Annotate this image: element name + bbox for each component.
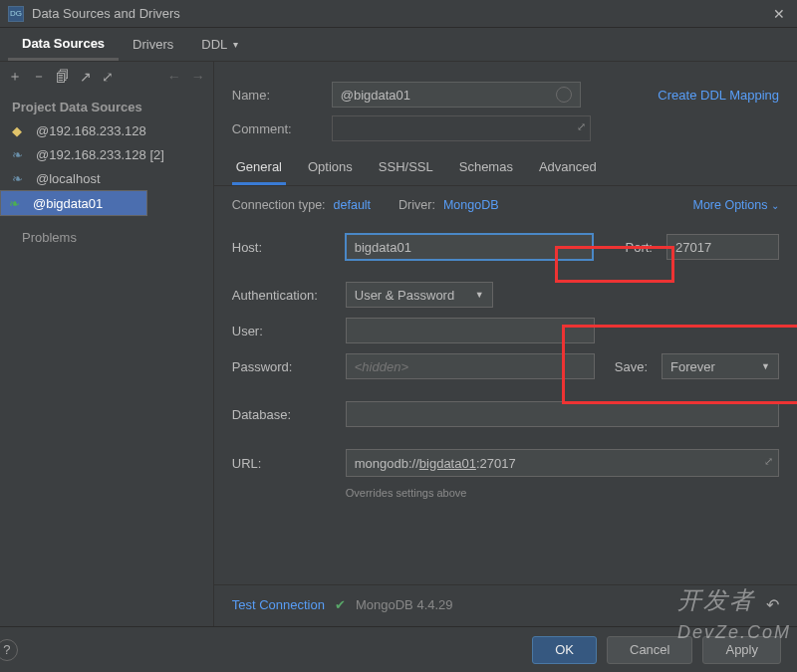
driver-value[interactable]: MongoDB	[443, 198, 499, 212]
datasource-item[interactable]: ◆ @192.168.233.128	[0, 118, 213, 142]
copy-icon[interactable]: 🗐	[56, 69, 70, 85]
chevron-down-icon: ⌄	[771, 200, 779, 211]
port-input[interactable]	[666, 234, 779, 260]
close-icon[interactable]: ✕	[769, 6, 789, 22]
datasource-label: @192.168.233.128 [2]	[36, 147, 164, 162]
host-label: Host:	[232, 240, 332, 255]
user-input[interactable]	[346, 318, 595, 343]
mongo-icon: ❧	[12, 147, 26, 161]
url-input[interactable]: mongodb://bigdata01:27017 ⤢	[346, 449, 779, 477]
datasource-label: @192.168.233.128	[36, 123, 146, 138]
tab-ddl-label: DDL	[201, 37, 227, 52]
host-input[interactable]	[346, 234, 593, 260]
name-label: Name:	[232, 88, 318, 103]
main-panel: Name: @bigdata01 Create DDL Mapping Comm…	[214, 62, 797, 672]
subtab-sshssl[interactable]: SSH/SSL	[375, 159, 437, 185]
expand-icon[interactable]: ⤢	[764, 455, 773, 468]
conntype-label: Connection type:	[232, 198, 326, 212]
datasource-label: @bigdata01	[33, 196, 103, 211]
redo-icon[interactable]: →	[191, 69, 205, 85]
sidebar-toolbar: ＋ － 🗐 ↗ ⤢ ← →	[0, 62, 213, 92]
app-icon: DG	[8, 6, 24, 22]
tab-ddl[interactable]: DDL ▾	[187, 28, 252, 61]
problems-section[interactable]: Problems	[0, 216, 213, 259]
url-hint: Overrides settings above	[346, 487, 779, 499]
button-bar: ? OK Cancel Apply	[0, 626, 797, 672]
auth-label: Authentication:	[232, 288, 332, 303]
cancel-button[interactable]: Cancel	[607, 636, 692, 664]
more-options-link[interactable]: More Options ⌄	[692, 198, 779, 212]
test-connection-row: Test Connection ✔ MongoDB 4.4.29 ↶	[214, 584, 797, 624]
name-input[interactable]: @bigdata01	[332, 82, 581, 108]
password-label: Password:	[232, 359, 332, 374]
titlebar: DG Data Sources and Drivers ✕	[0, 0, 797, 28]
sidebar-heading: Project Data Sources	[0, 92, 213, 118]
driver-version: MongoDB 4.4.29	[356, 597, 453, 612]
postgres-icon: ◆	[12, 123, 26, 137]
driver-label: Driver:	[398, 198, 435, 212]
add-icon[interactable]: ＋	[8, 68, 22, 86]
ok-button[interactable]: OK	[532, 636, 597, 664]
auth-select[interactable]: User & Password ▼	[346, 282, 493, 308]
datasource-label: @localhost	[36, 171, 101, 186]
database-label: Database:	[232, 407, 332, 422]
save-label: Save:	[615, 359, 648, 374]
top-tabs: Data Sources Drivers DDL ▾	[0, 28, 797, 62]
revert-icon[interactable]: ↶	[766, 595, 779, 614]
subtab-general[interactable]: General	[232, 159, 286, 185]
undo-icon[interactable]: ←	[167, 69, 181, 85]
save-select[interactable]: Forever ▼	[662, 353, 779, 379]
tab-drivers[interactable]: Drivers	[119, 28, 187, 61]
form: Host: Port: Authentication: User & Passw…	[214, 224, 797, 499]
url-suffix: :27017	[476, 456, 516, 471]
window-title: Data Sources and Drivers	[32, 6, 769, 21]
subtabs: General Options SSH/SSL Schemas Advanced	[214, 145, 797, 186]
subtab-options[interactable]: Options	[304, 159, 357, 185]
test-connection-link[interactable]: Test Connection	[232, 597, 325, 612]
subtab-advanced[interactable]: Advanced	[535, 159, 601, 185]
mongo-icon: ❧	[9, 196, 23, 210]
tab-data-sources[interactable]: Data Sources	[8, 28, 119, 61]
mongo-icon: ❧	[12, 171, 26, 185]
datasource-item[interactable]: ❧ @localhost	[0, 166, 213, 190]
dialog-body: ＋ － 🗐 ↗ ⤢ ← → Project Data Sources ◆ @19…	[0, 62, 797, 672]
help-button[interactable]: ?	[0, 639, 18, 661]
make-global-icon[interactable]: ↗	[80, 69, 92, 85]
expand-icon[interactable]: ⤢	[102, 69, 114, 85]
chevron-down-icon: ▾	[233, 39, 238, 50]
user-label: User:	[232, 324, 332, 338]
chevron-down-icon: ▼	[761, 361, 770, 371]
password-input[interactable]	[346, 353, 595, 379]
url-prefix: mongodb://	[355, 456, 419, 471]
url-host: bigdata01	[419, 456, 476, 471]
save-value: Forever	[670, 359, 715, 374]
conntype-value[interactable]: default	[334, 198, 372, 212]
connection-type-row: Connection type: default Driver: MongoDB…	[214, 186, 797, 224]
datasource-item-selected[interactable]: ❧ @bigdata01	[0, 190, 147, 216]
datasource-item[interactable]: ❧ @192.168.233.128 [2]	[0, 142, 213, 166]
create-ddl-link[interactable]: Create DDL Mapping	[658, 88, 779, 103]
check-icon: ✔	[335, 597, 346, 612]
dialog: DG Data Sources and Drivers ✕ Data Sourc…	[0, 0, 797, 672]
port-label: Port:	[626, 240, 653, 255]
comment-label: Comment:	[232, 121, 318, 136]
chevron-down-icon: ▼	[475, 290, 484, 300]
comment-input[interactable]: ⤢	[332, 115, 591, 141]
name-value: @bigdata01	[341, 88, 410, 103]
url-label: URL:	[232, 456, 332, 471]
auth-value: User & Password	[355, 288, 454, 303]
database-input[interactable]	[346, 401, 779, 427]
apply-button[interactable]: Apply	[702, 636, 781, 664]
expand-icon[interactable]: ⤢	[577, 120, 586, 133]
subtab-schemas[interactable]: Schemas	[455, 159, 517, 185]
remove-icon[interactable]: －	[32, 68, 46, 86]
color-swatch-icon[interactable]	[556, 87, 572, 103]
sidebar: ＋ － 🗐 ↗ ⤢ ← → Project Data Sources ◆ @19…	[0, 62, 214, 672]
